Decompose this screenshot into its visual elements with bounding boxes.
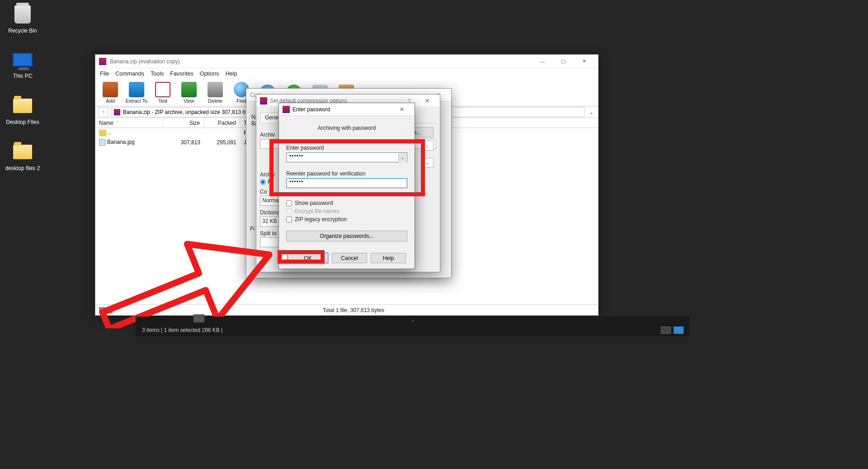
winrar-icon xyxy=(260,97,267,104)
status-icon xyxy=(99,307,105,313)
titlebar[interactable]: Banana.zip (evaluation copy) — ▢ ✕ xyxy=(95,55,598,68)
image-icon xyxy=(99,139,105,146)
statusbar: Total 1 file, 307,813 bytes xyxy=(95,304,598,315)
tool-view[interactable]: View xyxy=(178,82,200,104)
address-dropdown[interactable]: ⌄ xyxy=(587,109,595,115)
extract-icon xyxy=(129,82,144,97)
desktop-label: This PC xyxy=(5,73,41,79)
desktop-label: Desktop FIles xyxy=(5,119,41,125)
recycle-bin-icon xyxy=(14,5,31,24)
desktop-folder-1[interactable]: Desktop FIles xyxy=(5,95,41,125)
organize-passwords-button[interactable]: Organize passwords... xyxy=(286,231,407,242)
menubar: File Commands Tools Favorites Options He… xyxy=(95,68,598,79)
col-packed[interactable]: Packed xyxy=(204,118,240,128)
monitor-icon xyxy=(13,53,33,66)
menu-tools[interactable]: Tools xyxy=(151,71,164,77)
format-radio[interactable] xyxy=(260,179,266,185)
cancel-button[interactable]: Cancel xyxy=(332,253,367,263)
winrar-icon xyxy=(283,106,290,113)
chevron-down-icon: ⌄ xyxy=(425,161,429,165)
chevron-down-icon[interactable]: ⌄ xyxy=(411,317,415,322)
tool-test[interactable]: Test xyxy=(151,82,174,104)
encrypt-names-checkbox[interactable]: Encrypt file names xyxy=(286,208,407,214)
show-password-checkbox[interactable]: Show password xyxy=(286,200,407,206)
winrar-icon xyxy=(99,58,106,65)
taskbar-status: 3 items | 1 item selected 288 KB | xyxy=(142,327,222,333)
close-icon[interactable]: ✕ xyxy=(418,98,436,104)
dialog-title: Enter password xyxy=(292,106,393,113)
label: Fi xyxy=(250,226,255,232)
view-icon xyxy=(181,82,197,97)
menu-options[interactable]: Options xyxy=(200,71,219,77)
taskbar-item[interactable] xyxy=(193,314,204,322)
view-icon[interactable] xyxy=(674,327,684,334)
col-name[interactable]: Name ⌃ xyxy=(95,118,163,128)
desktop-label: Recycle Bin xyxy=(5,28,41,34)
close-button[interactable]: ✕ xyxy=(574,55,594,68)
annotation-box xyxy=(269,139,425,196)
archive-icon xyxy=(114,109,120,115)
desktop-folder-2[interactable]: desktop files 2 xyxy=(5,141,41,171)
help-button[interactable]: Help xyxy=(371,253,406,263)
tool-add[interactable]: Add xyxy=(99,82,122,104)
books-icon xyxy=(103,82,118,97)
view-icon[interactable] xyxy=(661,327,671,334)
dialog-titlebar[interactable]: Enter password ✕ xyxy=(279,103,415,116)
folder-icon xyxy=(13,145,32,159)
maximize-button[interactable]: ▢ xyxy=(553,55,574,68)
window-title: Banana.zip (evaluation copy) xyxy=(110,58,532,65)
folder-icon xyxy=(99,130,106,136)
menu-commands[interactable]: Commands xyxy=(115,71,144,77)
desktop-recycle-bin[interactable]: Recycle Bin xyxy=(5,4,41,34)
zip-legacy-checkbox[interactable]: ZIP legacy encryption xyxy=(286,216,407,223)
desktop-this-pc[interactable]: This PC xyxy=(5,49,41,79)
tool-extract[interactable]: Extract To xyxy=(125,82,148,104)
address-text: Banana.zip - ZIP archive, unpacked size … xyxy=(123,109,248,115)
up-button[interactable]: ↑ xyxy=(98,107,108,117)
trash-icon xyxy=(208,82,223,97)
check-icon xyxy=(155,82,170,97)
sort-asc-icon: ⌃ xyxy=(116,121,120,125)
dialog-subtitle: Archiving with password xyxy=(286,125,407,131)
menu-file[interactable]: File xyxy=(100,71,109,77)
menu-help[interactable]: Help xyxy=(226,71,237,77)
desktop-label: desktop files 2 xyxy=(5,165,41,171)
menu-favorites[interactable]: Favorites xyxy=(170,71,193,77)
chevron-down-icon: ⌄ xyxy=(425,143,429,148)
status-text: Total 1 file, 307,813 bytes xyxy=(113,307,594,313)
annotation-box xyxy=(278,250,325,264)
close-icon[interactable]: ✕ xyxy=(393,106,411,113)
status-icon xyxy=(106,307,113,313)
folder-icon xyxy=(13,99,32,113)
tool-delete[interactable]: Delete xyxy=(204,82,226,104)
col-size[interactable]: Size xyxy=(163,118,204,128)
taskbar: ⌄ 3 items | 1 item selected 288 KB | xyxy=(136,317,690,336)
minimize-button[interactable]: — xyxy=(532,55,553,68)
